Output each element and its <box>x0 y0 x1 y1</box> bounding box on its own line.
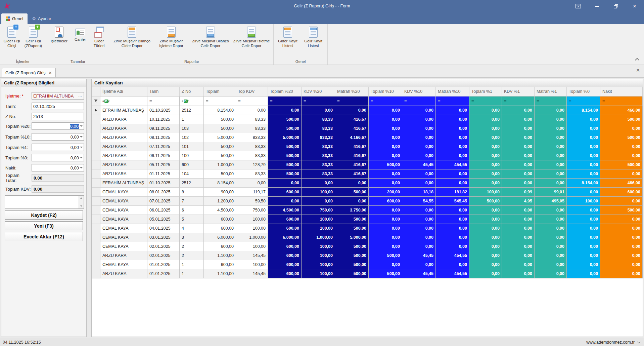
cell[interactable]: 500,00 <box>600 160 643 169</box>
column-header-toplam-%20[interactable]: Toplam %20 <box>268 87 302 97</box>
cell[interactable]: 0,00 <box>402 215 436 224</box>
cell[interactable]: 0,00 <box>402 224 436 233</box>
cell[interactable]: 0,00 <box>402 169 436 179</box>
cell[interactable]: 0,00 <box>567 206 600 215</box>
cell[interactable]: CEMAL KAYA <box>100 206 147 215</box>
dropdown-arrow-icon[interactable] <box>79 123 84 129</box>
toplam20-input[interactable]: 0,00 <box>32 122 84 130</box>
cell[interactable]: 0,00 <box>600 224 643 233</box>
cell[interactable]: 200,00 <box>369 188 402 197</box>
status-website-link[interactable]: www.ademdonmez.com.tr <box>586 340 635 345</box>
cell[interactable]: 0,00 <box>469 160 502 169</box>
column-header-matrah-%10[interactable]: Matrah %10 <box>436 87 469 97</box>
cell[interactable]: 06.11.2025 <box>147 151 180 160</box>
cell[interactable]: 45,45 <box>402 269 436 278</box>
cell[interactable]: 83,33 <box>302 142 335 151</box>
cell[interactable]: 0,00 <box>600 197 643 206</box>
column-header-matrah-%1[interactable]: Matrah %1 <box>535 87 567 97</box>
filter-matrah-%1[interactable]: = <box>535 97 567 106</box>
column-header-nakit[interactable]: Nakit <box>600 87 643 97</box>
cell[interactable]: 0,00 <box>469 206 502 215</box>
cell[interactable]: 100,00 <box>236 224 268 233</box>
cell[interactable]: 0,00 <box>502 242 535 251</box>
cell[interactable]: 0,99 <box>502 188 535 197</box>
cell[interactable]: 0,00 <box>567 242 600 251</box>
cell[interactable]: 0,00 <box>469 169 502 179</box>
cell[interactable]: 104 <box>180 169 204 179</box>
isletme-input[interactable]: EFRAHİM ALTUNBA … <box>32 92 84 100</box>
cell[interactable]: 0,00 <box>535 179 567 188</box>
cell[interactable]: 0,00 <box>600 215 643 224</box>
cell[interactable]: 1.100,00 <box>204 251 236 260</box>
cell[interactable]: 500,00 <box>335 269 369 278</box>
cell[interactable]: 0,00 <box>436 142 469 151</box>
cell[interactable]: 0,00 <box>469 142 502 151</box>
cell[interactable]: 500,00 <box>600 206 643 215</box>
column-header-kdv-%20[interactable]: KDV %20 <box>302 87 335 97</box>
grid-row[interactable]: ARZU KARA01.01.202511.100,00145,45600,00… <box>92 269 643 278</box>
cell[interactable]: 100,00 <box>302 260 335 269</box>
grid-row[interactable]: CEMAL KAYA06.01.202564.500,00750,004.500… <box>92 206 643 215</box>
cell[interactable]: 500,00 <box>268 115 302 124</box>
cell[interactable]: 59,50 <box>236 197 268 206</box>
notes-scrollbar[interactable] <box>79 196 84 208</box>
cell[interactable]: 0,00 <box>567 160 600 169</box>
filter-toplam-%10[interactable]: = <box>369 97 402 106</box>
cell[interactable]: 500,00 <box>369 269 402 278</box>
cell[interactable]: 103 <box>180 124 204 133</box>
filter-tarih[interactable]: = <box>147 97 180 106</box>
cell[interactable]: 0,00 <box>369 206 402 215</box>
cell[interactable]: 500,00 <box>204 124 236 133</box>
cell[interactable]: 0,00 <box>369 124 402 133</box>
ribbon-toggle-button[interactable] <box>569 0 588 12</box>
cell[interactable]: 0,00 <box>567 133 600 142</box>
cell[interactable]: 500,00 <box>600 133 643 142</box>
cell[interactable]: 101 <box>180 142 204 151</box>
cell[interactable]: 1.200,00 <box>204 197 236 206</box>
cell[interactable]: 500,00 <box>369 160 402 169</box>
cell[interactable]: 416,67 <box>335 142 369 151</box>
dropdown-arrow-icon[interactable] <box>79 144 84 151</box>
cell[interactable]: 0,00 <box>567 115 600 124</box>
cell[interactable]: 0,00 <box>535 269 567 278</box>
cell[interactable]: 500,00 <box>204 142 236 151</box>
cell[interactable]: 0,00 <box>535 106 567 115</box>
cell[interactable]: ARZU KARA <box>100 251 147 260</box>
cell[interactable]: 0,00 <box>535 142 567 151</box>
filter-top-kdv[interactable]: = <box>236 97 268 106</box>
cell[interactable]: 4 <box>180 224 204 233</box>
cell[interactable]: 0,00 <box>436 260 469 269</box>
cell[interactable]: 0,00 <box>268 179 302 188</box>
cell[interactable]: 750,00 <box>236 206 268 215</box>
cell[interactable]: 0,00 <box>567 151 600 160</box>
cell[interactable]: 0,00 <box>436 106 469 115</box>
cell[interactable]: 0,00 <box>436 215 469 224</box>
cell[interactable]: 1 <box>180 269 204 278</box>
yeni-button[interactable]: Yeni (F3) <box>5 221 83 230</box>
cell[interactable]: 05.01.2025 <box>147 215 180 224</box>
cell[interactable]: 119,17 <box>236 188 268 197</box>
cell[interactable]: 1.000,00 <box>302 233 335 242</box>
cell[interactable]: 2 <box>180 242 204 251</box>
grid-row[interactable]: ARZU KARA07.11.2025101500,0083,33500,008… <box>92 142 643 151</box>
cell[interactable]: 18,18 <box>402 188 436 197</box>
cell[interactable]: 0,00 <box>535 206 567 215</box>
cell[interactable]: ARZU KARA <box>100 115 147 124</box>
cell[interactable]: 545,45 <box>436 197 469 206</box>
grid-row[interactable]: CEMAL KAYA01.01.20251600,00100,00600,001… <box>92 260 643 269</box>
cell[interactable]: CEMAL KAYA <box>100 224 147 233</box>
cell[interactable]: ARZU KARA <box>100 142 147 151</box>
column-header-toplam[interactable]: Toplam <box>204 87 236 97</box>
cell[interactable]: 0,00 <box>469 269 502 278</box>
cell[interactable]: 0,00 <box>600 124 643 133</box>
cell[interactable]: 0,00 <box>469 124 502 133</box>
filter-kdv-%10[interactable]: = <box>402 97 436 106</box>
browse-ellipsis-button[interactable]: … <box>78 94 82 98</box>
cell[interactable]: 0,00 <box>502 224 535 233</box>
cell[interactable]: 0,00 <box>369 242 402 251</box>
column-header-kdv-%1[interactable]: KDV %1 <box>502 87 535 97</box>
excele-aktar-button[interactable]: Excele Aktar (F12) <box>5 232 83 241</box>
cell[interactable]: 0,00 <box>502 115 535 124</box>
cell[interactable]: 0,00 <box>502 251 535 260</box>
cell[interactable]: 0,00 <box>535 124 567 133</box>
